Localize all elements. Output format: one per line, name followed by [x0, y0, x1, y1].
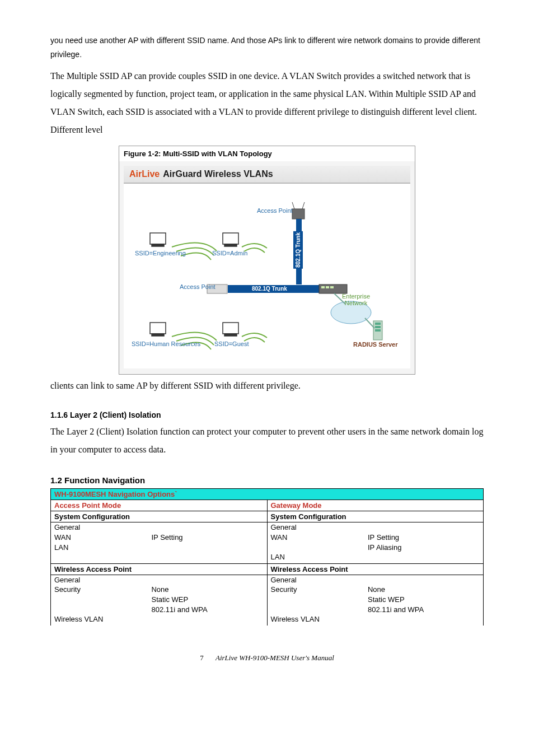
section-1-1-6-title: 1.1.6 Layer 2 (Client) Isolation [50, 410, 484, 419]
right-sysconf-body: General WANIP Setting IP Aliasing LAN [267, 522, 484, 563]
svg-rect-0 [292, 209, 305, 219]
left-static-wep: Static WEP [148, 595, 266, 605]
svg-rect-17 [150, 233, 166, 244]
figure-title-text: AirGuard Wireless VLANs [163, 169, 273, 179]
table-header: WH-9100MESH Navigation Options` [51, 489, 484, 500]
section-1-1-6-body: The Layer 2 (Client) Isolation function … [50, 423, 484, 459]
svg-rect-23 [223, 323, 238, 334]
right-wap-general: General [268, 575, 364, 585]
right-general: General [268, 522, 364, 533]
right-static-wep: Static WEP [364, 595, 483, 605]
label-radius-server: RADIUS Server [353, 341, 397, 348]
figure-caption: Figure 1-2: Multi-SSID with VLAN Topolog… [119, 146, 415, 161]
right-none: None [364, 585, 483, 595]
right-ip-setting: IP Setting [364, 533, 483, 543]
svg-line-16 [365, 318, 374, 328]
navigation-options-table: WH-9100MESH Navigation Options` Access P… [50, 488, 484, 625]
label-trunk-vertical: 802.1Q Trunk [293, 231, 303, 269]
label-ssid-guest: SSID=Guest [214, 340, 249, 347]
svg-rect-20 [224, 244, 237, 246]
mode-access-point: Access Point Mode [51, 500, 268, 511]
left-80211i: 802.11i and WPA [148, 605, 266, 615]
svg-rect-15 [375, 329, 381, 332]
left-lan: LAN [51, 543, 148, 553]
mode-gateway: Gateway Mode [267, 500, 484, 511]
page-footer: 7 AirLive WH-9100-MESH User's Manual [50, 654, 484, 662]
svg-rect-13 [375, 323, 381, 325]
left-wap-header: Wireless Access Point [51, 563, 268, 575]
label-access-point-top: Access Point [257, 207, 293, 214]
left-sysconf-body: General WANIP Setting LAN [51, 522, 268, 563]
svg-rect-14 [375, 326, 381, 328]
right-security: Security [268, 585, 364, 595]
svg-rect-21 [150, 323, 166, 334]
left-wireless-vlan: Wireless VLAN [51, 614, 148, 624]
right-ip-aliasing: IP Aliasing [364, 543, 483, 553]
label-access-point-mid: Access Point [180, 283, 216, 290]
manual-title: AirLive WH-9100-MESH User's Manual [216, 654, 334, 662]
left-wap-general: General [51, 575, 148, 585]
label-enterprise-network: Enterprise Network [336, 293, 376, 306]
svg-rect-22 [152, 334, 164, 336]
airlive-logo: AirLive [129, 169, 160, 179]
right-wap-header: Wireless Access Point [267, 563, 484, 575]
intro-paragraph-2: The Multiple SSID AP can provide couples… [50, 67, 484, 139]
svg-line-1 [292, 202, 294, 209]
figure-title-bar: AirLive AirGuard Wireless VLANs [124, 166, 410, 184]
figure-1-2: Figure 1-2: Multi-SSID with VLAN Topolog… [119, 146, 415, 375]
right-lan: LAN [268, 552, 364, 562]
label-trunk-horizontal: 802.1Q Trunk [250, 285, 289, 292]
right-sysconf-header: System Configuration [267, 511, 484, 522]
svg-rect-9 [330, 286, 334, 288]
page-number: 7 [200, 654, 204, 662]
left-wan: WAN [51, 533, 148, 543]
section-1-2-title: 1.2 Function Navigation [50, 475, 484, 485]
left-ip-setting: IP Setting [148, 533, 266, 543]
topology-diagram: Access Point Access Point SSID=Engineeri… [124, 184, 410, 368]
svg-line-2 [302, 202, 305, 209]
left-general: General [51, 522, 148, 533]
label-ssid-engineering: SSID=Engineering [135, 250, 186, 256]
svg-rect-6 [319, 284, 347, 293]
left-sysconf-header: System Configuration [51, 511, 268, 522]
left-wap-body: General SecurityNone Static WEP 802.11i … [51, 575, 268, 625]
svg-rect-19 [223, 233, 238, 244]
right-wap-body: General SecurityNone Static WEP 802.11i … [267, 575, 484, 625]
post-figure-paragraph: clients can link to same AP by different… [50, 377, 484, 395]
svg-rect-24 [224, 334, 237, 336]
svg-rect-8 [326, 286, 329, 288]
label-ssid-admin: SSID=Admin [212, 250, 247, 256]
svg-rect-18 [152, 244, 164, 246]
label-ssid-hr: SSID=Human Resources [132, 340, 200, 347]
intro-paragraph-1: you need use another AP with different S… [50, 34, 484, 62]
left-none: None [148, 585, 266, 595]
svg-rect-7 [321, 286, 325, 288]
right-80211i: 802.11i and WPA [364, 605, 483, 615]
right-wan: WAN [268, 533, 364, 543]
left-security: Security [51, 585, 148, 595]
right-wireless-vlan: Wireless VLAN [268, 614, 364, 624]
